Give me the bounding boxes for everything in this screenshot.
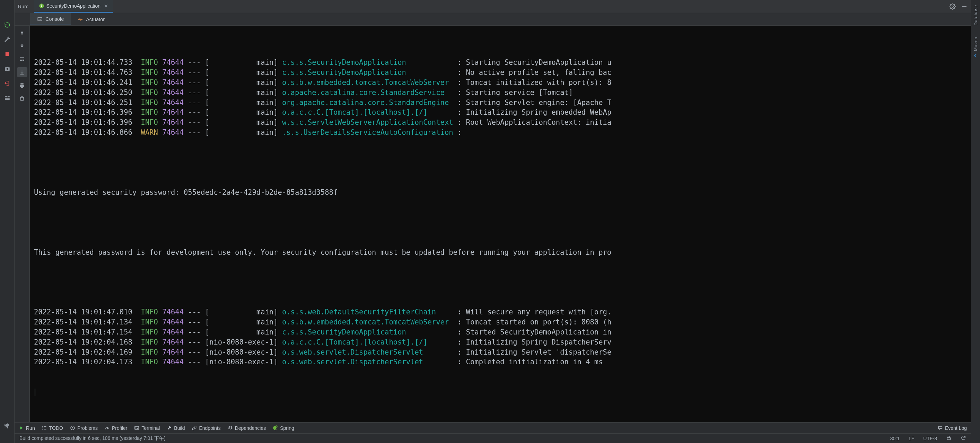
file-encoding[interactable]: UTF-8 bbox=[922, 436, 939, 441]
line-separator[interactable]: LF bbox=[907, 436, 916, 441]
warning-icon bbox=[70, 425, 75, 430]
toolwindow-problems[interactable]: Problems bbox=[70, 425, 98, 431]
log-line: 2022-05-14 19:01:46.251 INFO 74644 --- [… bbox=[34, 98, 971, 108]
svg-point-19 bbox=[43, 426, 43, 427]
scroll-up-icon[interactable] bbox=[17, 28, 27, 37]
generated-password: 055ededc-2a4e-429d-b2de-85a813d3588f bbox=[184, 188, 337, 196]
svg-point-20 bbox=[43, 428, 43, 428]
log-line: 2022-05-14 19:01:47.134 INFO 74644 --- [… bbox=[34, 317, 971, 327]
print-icon[interactable] bbox=[17, 80, 27, 90]
text-caret bbox=[35, 389, 35, 396]
log-line: 2022-05-14 19:01:46.250 INFO 74644 --- [… bbox=[34, 88, 971, 98]
svg-rect-8 bbox=[38, 18, 42, 21]
clear-icon[interactable] bbox=[17, 94, 27, 103]
layers-icon bbox=[228, 425, 233, 430]
run-label: Run: bbox=[18, 4, 29, 10]
maven-icon bbox=[974, 53, 978, 58]
play-icon bbox=[19, 425, 24, 430]
log-line: 2022-05-14 19:01:44.763 INFO 74644 --- [… bbox=[34, 68, 971, 78]
minimize-icon[interactable] bbox=[961, 3, 967, 10]
output-tab-row: Console Actuator bbox=[14, 13, 971, 25]
status-bar: Build completed successfully in 6 sec, 1… bbox=[14, 433, 971, 443]
actuator-icon bbox=[78, 17, 83, 22]
scroll-down-icon[interactable] bbox=[17, 41, 27, 51]
gauge-icon bbox=[105, 425, 110, 430]
toolwindow-endpoints[interactable]: Endpoints bbox=[192, 425, 220, 431]
console-action-gutter bbox=[14, 25, 30, 422]
stop-button[interactable] bbox=[2, 49, 12, 59]
console-workarea: 2022-05-14 19:01:44.733 INFO 74644 --- [… bbox=[14, 25, 971, 422]
toolwindow-spring[interactable]: Spring bbox=[273, 425, 294, 431]
left-tool-gutter bbox=[0, 0, 14, 443]
password-prefix: Using generated security password: bbox=[34, 188, 184, 196]
console-icon bbox=[37, 16, 43, 22]
toolwindow-run[interactable]: Run bbox=[19, 425, 35, 431]
log-line: 2022-05-14 19:01:44.733 INFO 74644 --- [… bbox=[34, 57, 971, 68]
spring-boot-icon bbox=[39, 3, 45, 9]
run-config-name: SecurityDemoApplication bbox=[46, 3, 100, 9]
svg-rect-29 bbox=[947, 437, 950, 440]
tab-actuator-label: Actuator bbox=[86, 17, 105, 22]
main-column: Run: SecurityDemoApplication ✕ Console A… bbox=[14, 0, 971, 443]
status-message: Build completed successfully in 6 sec, 1… bbox=[18, 435, 167, 441]
bottom-toolwindow-bar: Run TODO Problems Profiler Terminal Buil… bbox=[14, 422, 971, 433]
svg-rect-4 bbox=[5, 99, 10, 100]
svg-point-1 bbox=[6, 68, 8, 70]
log-line: 2022-05-14 19:01:46.866 WARN 74644 --- [… bbox=[34, 127, 971, 138]
tab-actuator[interactable]: Actuator bbox=[71, 13, 111, 25]
lock-icon[interactable] bbox=[945, 435, 953, 441]
console-output[interactable]: 2022-05-14 19:01:44.733 INFO 74644 --- [… bbox=[30, 25, 971, 422]
camera-icon[interactable] bbox=[2, 64, 12, 73]
event-log[interactable]: Event Log bbox=[938, 425, 967, 431]
svg-rect-2 bbox=[5, 96, 7, 97]
spring-icon bbox=[273, 425, 278, 430]
run-configuration-tab[interactable]: SecurityDemoApplication ✕ bbox=[34, 0, 113, 13]
log-line: 2022-05-14 19:01:47.154 INFO 74644 --- [… bbox=[34, 327, 971, 337]
toolwindow-build[interactable]: Build bbox=[167, 425, 185, 431]
toolwindow-profiler[interactable]: Profiler bbox=[105, 425, 127, 431]
sidetab-maven[interactable]: Maven bbox=[972, 35, 979, 60]
settings-icon[interactable] bbox=[950, 3, 956, 10]
log-line: 2022-05-14 19:02:04.169 INFO 74644 --- [… bbox=[34, 347, 971, 357]
rerun-button[interactable] bbox=[2, 20, 12, 30]
layout-icon[interactable] bbox=[2, 93, 12, 103]
toolwindow-dependencies[interactable]: Dependencies bbox=[228, 425, 266, 431]
svg-rect-3 bbox=[7, 96, 10, 97]
run-toolbar: Run: SecurityDemoApplication ✕ bbox=[14, 0, 971, 13]
tab-console-label: Console bbox=[45, 16, 64, 22]
log-line: 2022-05-14 19:01:47.010 INFO 74644 --- [… bbox=[34, 307, 971, 317]
pin-icon[interactable] bbox=[2, 421, 12, 430]
soft-wrap-icon[interactable] bbox=[17, 54, 27, 64]
wrench-icon[interactable] bbox=[2, 35, 12, 45]
close-tab-icon[interactable]: ✕ bbox=[104, 3, 108, 9]
svg-point-6 bbox=[952, 6, 954, 7]
log-line: 2022-05-14 19:02:04.168 INFO 74644 --- [… bbox=[34, 337, 971, 347]
log-line: 2022-05-14 19:01:46.396 INFO 74644 --- [… bbox=[34, 107, 971, 118]
caret-position[interactable]: 30:1 bbox=[889, 436, 901, 441]
exit-icon[interactable] bbox=[2, 78, 12, 88]
link-icon bbox=[192, 425, 197, 430]
list-icon bbox=[42, 425, 47, 430]
svg-marker-28 bbox=[228, 426, 232, 428]
right-tool-gutter: Database Maven bbox=[971, 0, 980, 443]
toolwindow-terminal[interactable]: Terminal bbox=[134, 425, 160, 431]
log-line: 2022-05-14 19:01:46.396 INFO 74644 --- [… bbox=[34, 118, 971, 127]
tab-console[interactable]: Console bbox=[30, 13, 71, 25]
run-toolbar-actions bbox=[950, 3, 967, 10]
svg-rect-26 bbox=[135, 426, 138, 429]
sync-icon[interactable] bbox=[959, 435, 967, 441]
terminal-icon bbox=[134, 425, 139, 430]
sidetab-database[interactable]: Database bbox=[972, 3, 979, 28]
svg-rect-0 bbox=[5, 53, 9, 56]
balloon-icon bbox=[938, 425, 943, 430]
scroll-to-end-icon[interactable] bbox=[17, 67, 27, 77]
log-line: 2022-05-14 19:02:04.173 INFO 74644 --- [… bbox=[34, 357, 971, 367]
hammer-icon bbox=[167, 425, 172, 430]
svg-point-24 bbox=[72, 429, 73, 429]
log-line: 2022-05-14 19:01:46.241 INFO 74644 --- [… bbox=[34, 78, 971, 88]
dev-notice-line: This generated password is for developme… bbox=[34, 247, 971, 258]
toolwindow-todo[interactable]: TODO bbox=[42, 425, 63, 431]
